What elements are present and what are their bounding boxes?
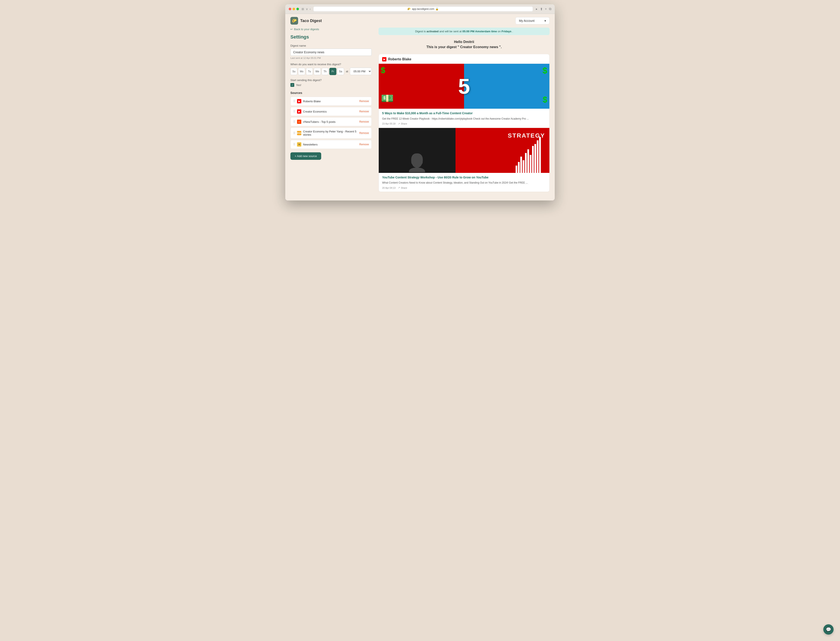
address-bar[interactable]: 🌮 app.tacodigest.com 🔒 xyxy=(313,6,533,11)
article-content-1: 5 Ways to Make $10,000 a Month as a Full… xyxy=(379,109,549,128)
app-content: 🌮 Taco Digest My Account ▾ ↩ Back to you… xyxy=(285,14,555,200)
nav-chevron-icons: ∨ xyxy=(306,7,308,11)
article-image-1: 5 💵 $ $ $ xyxy=(379,64,549,109)
greeting-text: Hello Dmitrii xyxy=(379,39,549,45)
status-day-text: Fridays xyxy=(501,30,511,33)
top-nav: 🌮 Taco Digest My Account ▾ xyxy=(285,14,555,27)
article-card-1: 5 💵 $ $ $ 5 Ways to Make $10,000 a Month… xyxy=(379,64,549,128)
share-link-2[interactable]: ↗ Share xyxy=(398,186,407,189)
youtube-icon: ▶ xyxy=(297,99,301,103)
source-name-roberto-blake: Roberto Blake xyxy=(303,100,358,103)
time-select[interactable]: 05:00 PM xyxy=(350,68,372,75)
article-title-2[interactable]: YouTube Content Strategy Workshop - Use … xyxy=(382,176,546,180)
youtube-icon: ▶ xyxy=(297,110,301,114)
browser-nav-controls: ⊞ ∨ ‹ xyxy=(302,7,311,11)
checkbox-checked-icon[interactable]: ✓ xyxy=(291,83,294,87)
subtitle-after: ". xyxy=(499,45,502,49)
remove-creator-economics-button[interactable]: Remove xyxy=(359,110,369,113)
status-text-middle: and will be sent at xyxy=(440,30,463,33)
article-desc-2: What Content Creators Need to Know about… xyxy=(382,181,546,185)
source-item-newsletters: ⠿ ✉ Newsletters Remove xyxy=(291,140,372,149)
source-item-creator-economics: ⠿ ▶ Creator Economics Remove xyxy=(291,107,372,116)
day-btn-sa[interactable]: Sa xyxy=(337,68,344,75)
browser-side-controls: ● xyxy=(535,7,537,11)
back-to-digests-link[interactable]: ↩ Back to your digests xyxy=(291,27,372,31)
schedule-label: When do you want to receive this digest? xyxy=(291,63,372,66)
share-icon[interactable]: ⬆ xyxy=(540,7,543,11)
day-btn-tu[interactable]: Tu xyxy=(306,68,313,75)
dropdown-arrow-icon: ▾ xyxy=(544,19,546,23)
day-btn-we[interactable]: We xyxy=(314,68,321,75)
digest-name-display: Creator Economy news xyxy=(460,45,498,49)
article-card-2: STRATEGY 👤 YouTube Content Strategy Work… xyxy=(379,128,549,192)
nav-squares-icon[interactable]: ⊞ xyxy=(302,7,304,11)
browser-action-buttons: ⬆ + ⧉ xyxy=(540,7,551,11)
source-item-newtubers: ⠿ r r/NewTubers - Top 5 posts Remove xyxy=(291,117,372,126)
at-label: at xyxy=(346,70,348,73)
status-text-before: Digest is xyxy=(415,30,426,33)
circle-icon: ● xyxy=(535,7,537,11)
day-btn-su[interactable]: Su xyxy=(291,68,297,75)
share-label-2: Share xyxy=(401,187,407,189)
status-activated-text: activated xyxy=(427,30,438,33)
reddit-icon: r xyxy=(297,119,301,124)
article-meta-1: 23 Apr 05:18 ↗ Share xyxy=(382,122,546,125)
maximize-button[interactable] xyxy=(296,8,299,10)
status-on-text: on xyxy=(498,30,501,33)
subtitle-text: This is your digest " Creator Economy ne… xyxy=(379,45,549,50)
source-section-roberto-blake: ▶ Roberto Blake 5 💵 $ xyxy=(379,54,549,192)
sources-label: Sources xyxy=(291,91,372,95)
day-btn-mo[interactable]: Mo xyxy=(298,68,305,75)
account-dropdown[interactable]: My Account ▾ xyxy=(516,17,549,24)
remove-newsletters-button[interactable]: Remove xyxy=(359,143,369,146)
article-content-2: YouTube Content Strategy Workshop - Use … xyxy=(379,173,549,192)
back-link-label: Back to your digests xyxy=(294,27,319,31)
source-section-header: ▶ Roberto Blake xyxy=(379,54,549,64)
drag-handle-icon[interactable]: ⠿ xyxy=(293,110,296,113)
article-date-2: 20 Apr 04:13 xyxy=(382,187,395,189)
remove-peter-yang-button[interactable]: Remove xyxy=(359,132,369,135)
chat-bubble-button[interactable]: 💬 xyxy=(823,624,834,635)
rss-icon: RSS xyxy=(297,131,301,135)
source-name-peter-yang: Creator Economy by Peter Yang - Recent 5… xyxy=(303,130,358,136)
browser-toolbar: ⊞ ∨ ‹ 🌮 app.tacodigest.com 🔒 ● ⬆ + ⧉ xyxy=(285,4,555,14)
drag-handle-icon[interactable]: ⠿ xyxy=(293,100,296,103)
lock-icon: 🔒 xyxy=(435,8,438,10)
copy-icon[interactable]: ⧉ xyxy=(549,7,551,11)
share-label-1: Share xyxy=(401,122,407,125)
drag-handle-icon[interactable]: ⠿ xyxy=(293,120,296,124)
minimize-button[interactable] xyxy=(292,8,295,10)
back-nav-icon[interactable]: ‹ xyxy=(310,7,311,11)
article-date-1: 23 Apr 05:18 xyxy=(382,122,395,125)
remove-newtubers-button[interactable]: Remove xyxy=(359,120,369,123)
article-title-1[interactable]: 5 Ways to Make $10,000 a Month as a Full… xyxy=(382,111,546,116)
digest-name-input[interactable] xyxy=(291,48,372,56)
drag-handle-icon[interactable]: ⠿ xyxy=(293,143,296,146)
digest-header: Hello Dmitrii This is your digest " Crea… xyxy=(379,39,549,50)
traffic-lights xyxy=(289,8,299,10)
status-period: . xyxy=(512,30,513,33)
new-tab-icon[interactable]: + xyxy=(545,7,547,11)
close-button[interactable] xyxy=(289,8,291,10)
start-sending-label: Start sending this digest? xyxy=(291,79,372,82)
url-text: app.tacodigest.com xyxy=(412,8,434,10)
section-youtube-icon: ▶ xyxy=(382,57,386,61)
section-name-roberto-blake: Roberto Blake xyxy=(388,57,411,61)
day-btn-fr[interactable]: Fr xyxy=(329,68,336,75)
share-link-1[interactable]: ↗ Share xyxy=(398,122,407,125)
digest-name-label: Digest name xyxy=(291,44,372,47)
back-arrow-icon: ↩ xyxy=(291,27,293,31)
share-icon-2: ↗ xyxy=(398,186,400,189)
app-title: Taco Digest xyxy=(300,19,322,23)
drag-handle-icon[interactable]: ⠿ xyxy=(293,131,296,135)
subtitle-before: This is your digest " xyxy=(426,45,459,49)
article-desc-1: Get the FREE 12-Week Creator Playbook - … xyxy=(382,117,546,121)
article-image-2: STRATEGY 👤 xyxy=(379,128,549,173)
article-meta-2: 20 Apr 04:13 ↗ Share xyxy=(382,186,546,189)
day-btn-th[interactable]: Th xyxy=(322,68,328,75)
logo-area: 🌮 Taco Digest xyxy=(291,17,322,24)
start-yes-label: Yes! xyxy=(296,84,301,87)
remove-roberto-blake-button[interactable]: Remove xyxy=(359,100,369,103)
main-layout: ↩ Back to your digests Settings Digest n… xyxy=(285,27,555,200)
add-source-button[interactable]: + Add new source xyxy=(291,152,321,160)
